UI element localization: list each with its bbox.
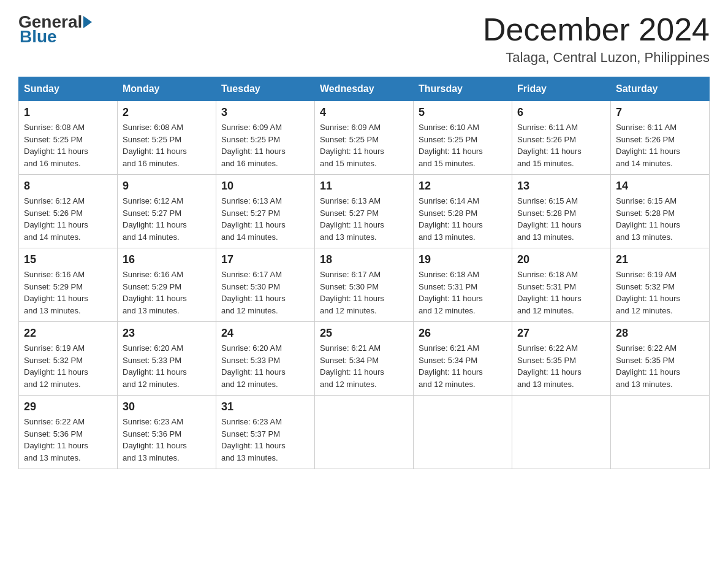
calendar-cell: 15 Sunrise: 6:16 AMSunset: 5:29 PMDaylig… [19,248,118,322]
day-info: Sunrise: 6:17 AMSunset: 5:30 PMDaylight:… [320,269,408,316]
calendar-cell: 2 Sunrise: 6:08 AMSunset: 5:25 PMDayligh… [118,101,216,175]
day-info: Sunrise: 6:14 AMSunset: 5:28 PMDaylight:… [419,195,507,243]
calendar-cell: 16 Sunrise: 6:16 AMSunset: 5:29 PMDaylig… [118,248,216,322]
day-info: Sunrise: 6:16 AMSunset: 5:29 PMDaylight:… [24,269,112,316]
day-number: 12 [419,180,507,193]
logo-arrow-icon [83,16,92,28]
calendar-cell: 22 Sunrise: 6:19 AMSunset: 5:32 PMDaylig… [19,322,118,396]
calendar-cell: 28 Sunrise: 6:22 AMSunset: 5:35 PMDaylig… [611,322,710,396]
day-number: 26 [419,327,507,340]
day-info: Sunrise: 6:19 AMSunset: 5:32 PMDaylight:… [24,342,112,390]
calendar-cell: 12 Sunrise: 6:14 AMSunset: 5:28 PMDaylig… [414,175,512,248]
day-number: 19 [419,253,507,266]
calendar-cell: 23 Sunrise: 6:20 AMSunset: 5:33 PMDaylig… [118,322,216,396]
day-number: 2 [123,106,211,119]
day-number: 21 [616,253,704,266]
calendar-cell [414,396,512,469]
calendar-cell: 30 Sunrise: 6:23 AMSunset: 5:36 PMDaylig… [118,396,216,469]
header-friday: Friday [512,77,611,101]
day-info: Sunrise: 6:23 AMSunset: 5:37 PMDaylight:… [221,416,309,464]
day-number: 10 [221,180,309,193]
calendar-cell: 8 Sunrise: 6:12 AMSunset: 5:26 PMDayligh… [19,175,118,248]
day-info: Sunrise: 6:22 AMSunset: 5:35 PMDaylight:… [616,342,704,390]
day-info: Sunrise: 6:11 AMSunset: 5:26 PMDaylight:… [517,121,605,169]
day-info: Sunrise: 6:22 AMSunset: 5:36 PMDaylight:… [24,416,112,464]
calendar-cell: 19 Sunrise: 6:18 AMSunset: 5:31 PMDaylig… [414,248,512,322]
day-number: 31 [221,400,309,413]
calendar-cell: 31 Sunrise: 6:23 AMSunset: 5:37 PMDaylig… [216,396,315,469]
day-number: 8 [24,180,112,193]
day-number: 14 [616,180,704,193]
calendar-cell: 11 Sunrise: 6:13 AMSunset: 5:27 PMDaylig… [315,175,414,248]
day-info: Sunrise: 6:17 AMSunset: 5:30 PMDaylight:… [221,269,309,316]
day-number: 28 [616,327,704,340]
week-row-2: 8 Sunrise: 6:12 AMSunset: 5:26 PMDayligh… [19,175,710,248]
day-number: 20 [517,253,605,266]
day-number: 24 [221,327,309,340]
calendar-cell: 27 Sunrise: 6:22 AMSunset: 5:35 PMDaylig… [512,322,611,396]
header-monday: Monday [118,77,216,101]
day-number: 22 [24,327,112,340]
calendar-cell: 18 Sunrise: 6:17 AMSunset: 5:30 PMDaylig… [315,248,414,322]
day-info: Sunrise: 6:08 AMSunset: 5:25 PMDaylight:… [24,121,112,169]
week-row-3: 15 Sunrise: 6:16 AMSunset: 5:29 PMDaylig… [19,248,710,322]
calendar-table: Sunday Monday Tuesday Wednesday Thursday… [18,77,710,469]
day-info: Sunrise: 6:12 AMSunset: 5:26 PMDaylight:… [24,195,112,243]
calendar-cell: 1 Sunrise: 6:08 AMSunset: 5:25 PMDayligh… [19,101,118,175]
week-row-4: 22 Sunrise: 6:19 AMSunset: 5:32 PMDaylig… [19,322,710,396]
day-number: 25 [320,327,408,340]
day-info: Sunrise: 6:20 AMSunset: 5:33 PMDaylight:… [123,342,211,390]
day-info: Sunrise: 6:12 AMSunset: 5:27 PMDaylight:… [123,195,211,243]
day-number: 4 [320,106,408,119]
day-number: 18 [320,253,408,266]
page-header: General Blue December 2024 Talaga, Centr… [18,12,710,66]
calendar-cell [512,396,611,469]
day-number: 13 [517,180,605,193]
day-info: Sunrise: 6:19 AMSunset: 5:32 PMDaylight:… [616,269,704,316]
day-info: Sunrise: 6:10 AMSunset: 5:25 PMDaylight:… [419,121,507,169]
header-sunday: Sunday [19,77,118,101]
calendar-cell: 21 Sunrise: 6:19 AMSunset: 5:32 PMDaylig… [611,248,710,322]
subtitle: Talaga, Central Luzon, Philippines [483,50,710,66]
logo: General Blue [18,12,93,47]
day-number: 17 [221,253,309,266]
main-title: December 2024 [483,12,710,47]
day-info: Sunrise: 6:23 AMSunset: 5:36 PMDaylight:… [123,416,211,464]
calendar-cell: 6 Sunrise: 6:11 AMSunset: 5:26 PMDayligh… [512,101,611,175]
day-info: Sunrise: 6:15 AMSunset: 5:28 PMDaylight:… [616,195,704,243]
day-number: 11 [320,180,408,193]
day-number: 27 [517,327,605,340]
header-thursday: Thursday [414,77,512,101]
calendar-cell: 25 Sunrise: 6:21 AMSunset: 5:34 PMDaylig… [315,322,414,396]
day-info: Sunrise: 6:21 AMSunset: 5:34 PMDaylight:… [320,342,408,390]
calendar-cell [315,396,414,469]
week-row-1: 1 Sunrise: 6:08 AMSunset: 5:25 PMDayligh… [19,101,710,175]
calendar-cell: 3 Sunrise: 6:09 AMSunset: 5:25 PMDayligh… [216,101,315,175]
logo-blue: Blue [20,27,57,46]
day-info: Sunrise: 6:18 AMSunset: 5:31 PMDaylight:… [517,269,605,316]
calendar-cell: 4 Sunrise: 6:09 AMSunset: 5:25 PMDayligh… [315,101,414,175]
calendar-cell: 14 Sunrise: 6:15 AMSunset: 5:28 PMDaylig… [611,175,710,248]
title-block: December 2024 Talaga, Central Luzon, Phi… [483,12,710,66]
day-info: Sunrise: 6:18 AMSunset: 5:31 PMDaylight:… [419,269,507,316]
day-number: 7 [616,106,704,119]
day-number: 9 [123,180,211,193]
calendar-cell: 13 Sunrise: 6:15 AMSunset: 5:28 PMDaylig… [512,175,611,248]
day-info: Sunrise: 6:22 AMSunset: 5:35 PMDaylight:… [517,342,605,390]
day-info: Sunrise: 6:21 AMSunset: 5:34 PMDaylight:… [419,342,507,390]
day-info: Sunrise: 6:09 AMSunset: 5:25 PMDaylight:… [320,121,408,169]
calendar-cell: 5 Sunrise: 6:10 AMSunset: 5:25 PMDayligh… [414,101,512,175]
header-wednesday: Wednesday [315,77,414,101]
day-number: 3 [221,106,309,119]
day-info: Sunrise: 6:15 AMSunset: 5:28 PMDaylight:… [517,195,605,243]
calendar-cell: 26 Sunrise: 6:21 AMSunset: 5:34 PMDaylig… [414,322,512,396]
day-number: 6 [517,106,605,119]
day-info: Sunrise: 6:08 AMSunset: 5:25 PMDaylight:… [123,121,211,169]
calendar-body: 1 Sunrise: 6:08 AMSunset: 5:25 PMDayligh… [19,101,710,469]
calendar-cell: 20 Sunrise: 6:18 AMSunset: 5:31 PMDaylig… [512,248,611,322]
calendar-cell: 7 Sunrise: 6:11 AMSunset: 5:26 PMDayligh… [611,101,710,175]
header-tuesday: Tuesday [216,77,315,101]
week-row-5: 29 Sunrise: 6:22 AMSunset: 5:36 PMDaylig… [19,396,710,469]
day-number: 5 [419,106,507,119]
day-number: 30 [123,400,211,413]
